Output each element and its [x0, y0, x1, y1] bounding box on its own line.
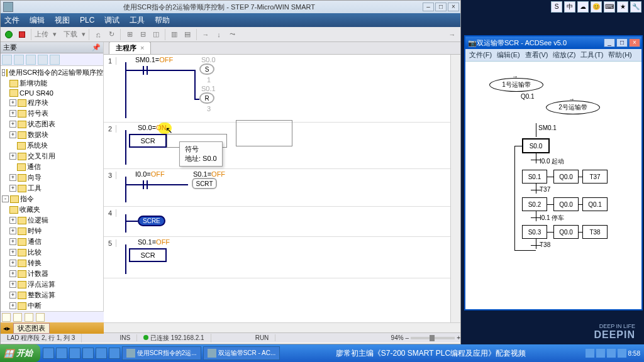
- download-label[interactable]: 下载: [64, 30, 77, 39]
- tree-item[interactable]: 计数器: [28, 269, 48, 278]
- plc-window: 使用SCR指令的2运输带顺序控制 - STEP 7-Micro/WIN SMAR…: [0, 0, 461, 344]
- tree-item[interactable]: 比较: [28, 248, 42, 257]
- menu-item[interactable]: 文件(F): [469, 50, 492, 60]
- scr-block[interactable]: SCR: [129, 248, 167, 262]
- taskbar-item[interactable]: 使用SCR指令的2运...: [122, 346, 201, 360]
- menu-item[interactable]: 工具(T): [580, 50, 603, 60]
- tb-icon[interactable]: ⎌: [92, 29, 104, 40]
- zoom-control[interactable]: 94%–+: [391, 334, 460, 341]
- minimize-button[interactable]: _: [604, 38, 615, 47]
- tree-item[interactable]: 位逻辑: [28, 216, 48, 225]
- start-button[interactable]: 🪟 开始: [0, 344, 40, 362]
- plc-titlebar: 使用SCR指令的2运输带顺序控制 - STEP 7-Micro/WIN SMAR…: [1, 1, 460, 13]
- tree-item[interactable]: 系统块: [27, 141, 48, 150]
- language-bar[interactable]: S 中 ☁ 😊 ⌨ ★ 🔧: [551, 1, 641, 13]
- tree-item[interactable]: 数据块: [28, 130, 48, 140]
- tree-item[interactable]: CPU SR40: [19, 89, 53, 97]
- tree-item[interactable]: 通信: [28, 237, 42, 246]
- tree-item[interactable]: 通信: [27, 162, 41, 172]
- project-tree[interactable]: -使用SCR指令的2运输带顺序控制 新增功能 CPU SR40 +程序块 +符号…: [1, 66, 103, 322]
- scr-block[interactable]: SCR: [129, 134, 167, 148]
- tb-icon[interactable]: ◫: [150, 29, 162, 40]
- tb-icon[interactable]: ▥: [169, 29, 180, 40]
- tooltip: 符号 地址: S0.0: [179, 141, 223, 167]
- menu-item[interactable]: 帮助(H): [608, 50, 631, 60]
- menu-plc[interactable]: PLC: [80, 16, 94, 25]
- menu-file[interactable]: 文件: [4, 15, 19, 26]
- maximize-button[interactable]: □: [616, 38, 628, 47]
- menu-view[interactable]: 视图: [55, 15, 70, 26]
- tree-item[interactable]: 收藏夹: [19, 205, 40, 214]
- statusbar: LAD 程序段 2, 行 1, 列 3 INS 已连接 192.168.2.1 …: [1, 332, 460, 343]
- quicklaunch: [43, 348, 120, 359]
- scre-block[interactable]: SCRE: [138, 216, 165, 226]
- marquee-text: 廖常初主编《S7-200 SMART PLC编程及应用》配套视频: [280, 348, 581, 359]
- tree-item[interactable]: 中断: [28, 301, 42, 310]
- menu-help[interactable]: 帮助: [155, 15, 170, 26]
- status-tab[interactable]: 状态图表: [13, 323, 50, 334]
- tab-close-icon[interactable]: ×: [140, 44, 144, 52]
- taskbar-item[interactable]: 双运输带SCR - AC...: [203, 346, 280, 360]
- menu-item[interactable]: 编辑(E): [497, 50, 520, 60]
- ladder-editor: 主程序× 1 SM0.1=OFF S0.0 S 1 S0.1 R 3: [104, 42, 460, 322]
- tree-item[interactable]: 程序块: [28, 98, 48, 107]
- ql-icon[interactable]: [43, 348, 54, 359]
- rung-1[interactable]: 1 SM0.1=OFF S0.0 S 1 S0.1 R 3: [104, 55, 460, 123]
- acdsee-title: 双运输带SCR - ACDSee v5.0: [477, 38, 604, 48]
- tree-item[interactable]: 工具: [28, 184, 42, 193]
- tb-icon[interactable]: ⊞: [124, 29, 135, 40]
- ql-icon[interactable]: [82, 348, 94, 359]
- connection-status: 已连接 192.168.2.1: [150, 334, 204, 341]
- tb-icon[interactable]: ⤳: [226, 29, 238, 40]
- tree-item[interactable]: 新增功能: [19, 79, 47, 88]
- ql-icon[interactable]: [109, 348, 120, 359]
- ql-icon[interactable]: [56, 348, 67, 359]
- tb-icon[interactable]: ⊟: [137, 29, 148, 40]
- ins-mode: INS: [113, 334, 137, 341]
- editor-tab[interactable]: 主程序×: [109, 42, 151, 54]
- minimize-button[interactable]: –: [423, 3, 434, 11]
- tree-root[interactable]: 使用SCR指令的2运输带顺序控制: [9, 68, 103, 77]
- app-icon: [3, 2, 13, 12]
- maximize-button[interactable]: □: [435, 3, 447, 11]
- upload-label[interactable]: 上传: [35, 30, 48, 39]
- toolbar: 上传 ▾ 下载 ▾ ⎌ ↻ ⊞ ⊟ ◫ ▥ ▤ → ↓ ⤳ →: [1, 27, 460, 42]
- rung-5[interactable]: 5 S0.1=OFF SCR: [104, 237, 460, 278]
- vertical-scrollbar[interactable]: [450, 55, 460, 322]
- tree-item[interactable]: 转换: [28, 258, 42, 268]
- menu-tools[interactable]: 工具: [130, 15, 145, 26]
- tb-icon[interactable]: ↓: [213, 29, 225, 40]
- tree-item[interactable]: 符号表: [28, 109, 48, 118]
- sidebar-pin-icon[interactable]: 📌: [92, 43, 101, 52]
- expand-icon[interactable]: -: [2, 69, 5, 76]
- menu-item[interactable]: 缩放(Z): [553, 50, 575, 60]
- tb-icon[interactable]: ▤: [182, 29, 193, 40]
- stop-button[interactable]: [16, 29, 28, 40]
- tree-item[interactable]: 时钟: [28, 226, 42, 236]
- tree-instructions[interactable]: 指令: [20, 194, 34, 204]
- menu-debug[interactable]: 调试: [104, 15, 119, 26]
- ql-icon[interactable]: [69, 348, 80, 359]
- sidebar-toolbar: [1, 53, 103, 66]
- tree-item[interactable]: 整数运算: [28, 290, 55, 300]
- system-tray[interactable]: 8:58: [582, 349, 644, 358]
- cursor-position: LAD 程序段 2, 行 1, 列 3: [1, 334, 82, 343]
- run-button[interactable]: [3, 29, 14, 40]
- tb-icon[interactable]: ↻: [106, 29, 117, 40]
- close-button[interactable]: ×: [629, 38, 640, 47]
- rung-3[interactable]: 3 I0.0=OFF S0.1=OFF SCRT: [104, 169, 460, 207]
- tree-item[interactable]: 交叉引用: [28, 151, 55, 161]
- tree-item[interactable]: 状态图表: [28, 119, 55, 129]
- ql-icon[interactable]: [96, 348, 107, 359]
- ladder-canvas[interactable]: 1 SM0.1=OFF S0.0 S 1 S0.1 R 3 2: [104, 55, 460, 322]
- tree-item[interactable]: 浮点运算: [28, 280, 55, 289]
- rung-4[interactable]: 4 SCRE: [104, 207, 460, 237]
- rung-2[interactable]: 2 S0.0=ON ↖ SCR 符号 地址: S0.0: [104, 123, 460, 169]
- close-button[interactable]: ×: [448, 3, 459, 11]
- tb-arrow-icon[interactable]: →: [447, 29, 458, 40]
- menu-edit[interactable]: 编辑: [30, 15, 45, 26]
- diagram-view[interactable]: 1号运输带 → Q0.1 2号运输带 → SM0.1 S0.0 I0.0 起动 …: [465, 62, 641, 310]
- tb-icon[interactable]: →: [200, 29, 211, 40]
- menu-item[interactable]: 查看(V): [525, 50, 548, 60]
- tree-item[interactable]: 向导: [28, 173, 42, 182]
